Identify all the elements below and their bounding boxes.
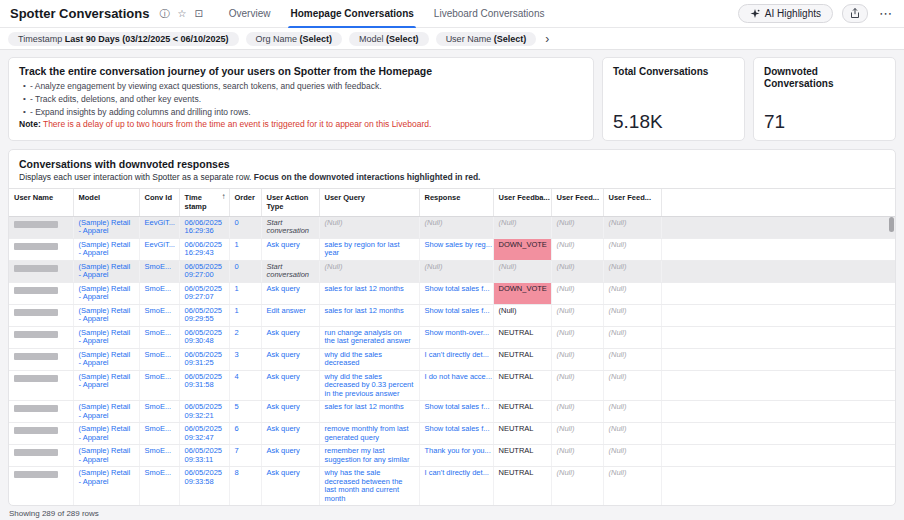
column-header-response[interactable]: Response [419, 189, 493, 216]
cell-conv-id[interactable]: SmoE... [139, 370, 179, 401]
cell-timestamp[interactable]: 06/05/2025 09:33:58 [179, 467, 229, 505]
cell-model[interactable]: (Sample) Retail - Apparel [73, 282, 139, 304]
cell-user-action-type[interactable]: Ask query [261, 445, 319, 467]
cell-user-query[interactable]: remove monthly from last generated query [319, 423, 419, 445]
cell-response[interactable]: I can't directly det... [419, 467, 493, 505]
column-header-model[interactable]: Model [73, 189, 139, 216]
cell-user-action-type[interactable]: Ask query [261, 467, 319, 505]
more-options-button[interactable]: ⋯ [877, 6, 894, 21]
filter-chip-org-name[interactable]: Org Name (Select) [246, 32, 343, 46]
cell-order[interactable]: 8 [229, 467, 261, 505]
cell-model[interactable]: (Sample) Retail - Apparel [73, 445, 139, 467]
cell-timestamp[interactable]: 06/05/2025 09:31:58 [179, 370, 229, 401]
ai-highlights-button[interactable]: AI Highlights [738, 4, 833, 23]
column-header-user-feedba[interactable]: User Feedba... [493, 189, 551, 216]
cell-timestamp[interactable]: 06/05/2025 09:29:55 [179, 304, 229, 326]
cell-order[interactable]: 0 [229, 260, 261, 282]
cell-model[interactable]: (Sample) Retail - Apparel [73, 467, 139, 505]
cell-timestamp[interactable]: 06/06/2025 16:29:43 [179, 238, 229, 260]
table-row[interactable]: (Sample) Retail - ApparelSmoE...06/05/20… [9, 370, 895, 401]
cell-model[interactable]: (Sample) Retail - Apparel [73, 260, 139, 282]
cell-model[interactable]: (Sample) Retail - Apparel [73, 348, 139, 370]
cell-timestamp[interactable]: 06/05/2025 09:31:25 [179, 348, 229, 370]
table-row[interactable]: (Sample) Retail - ApparelSmoE...06/05/20… [9, 282, 895, 304]
cell-model[interactable]: (Sample) Retail - Apparel [73, 304, 139, 326]
table-row[interactable]: (Sample) Retail - ApparelEevGiT...06/06/… [9, 238, 895, 260]
cell-user-action-type[interactable]: Ask query [261, 282, 319, 304]
cell-timestamp[interactable]: 06/05/2025 09:27:00 [179, 260, 229, 282]
column-header-user-feed[interactable]: User Feed... [603, 189, 661, 216]
cell-response[interactable]: Show total sales f... [419, 423, 493, 445]
cell-model[interactable]: (Sample) Retail - Apparel [73, 238, 139, 260]
filter-chip-timestamp[interactable]: Timestamp Last 90 Days (03/12/2025 < 06/… [8, 32, 239, 46]
favorite-star-icon[interactable]: ☆ [177, 9, 186, 19]
table-row[interactable]: (Sample) Retail - ApparelSmoE...06/05/20… [9, 423, 895, 445]
cell-timestamp[interactable]: 06/05/2025 09:30:48 [179, 326, 229, 348]
cell-conv-id[interactable]: SmoE... [139, 401, 179, 423]
cell-user-query[interactable]: (Null) [319, 260, 419, 282]
cell-timestamp[interactable]: 06/05/2025 09:33:11 [179, 445, 229, 467]
column-header-user-name[interactable]: User Name [9, 189, 73, 216]
cell-response[interactable]: Thank you for you... [419, 445, 493, 467]
cell-model[interactable]: (Sample) Retail - Apparel [73, 370, 139, 401]
cell-order[interactable]: 1 [229, 304, 261, 326]
table-row[interactable]: (Sample) Retail - ApparelSmoE...06/05/20… [9, 401, 895, 423]
cell-order[interactable]: 3 [229, 348, 261, 370]
table-row[interactable]: (Sample) Retail - ApparelSmoE...06/05/20… [9, 445, 895, 467]
cell-order[interactable]: 5 [229, 401, 261, 423]
cell-timestamp[interactable]: 06/05/2025 09:32:47 [179, 423, 229, 445]
column-header-user-action-type[interactable]: User Action Type [261, 189, 319, 216]
cell-response[interactable]: I do not have acce... [419, 370, 493, 401]
cell-user-action-type[interactable]: Start conversation [261, 260, 319, 282]
cell-order[interactable]: 4 [229, 370, 261, 401]
cell-response[interactable]: (Null) [419, 260, 493, 282]
column-header-time-stamp[interactable]: Time stamp↑ [179, 189, 229, 216]
cell-conv-id[interactable]: SmoE... [139, 423, 179, 445]
cell-model[interactable]: (Sample) Retail - Apparel [73, 326, 139, 348]
cell-user-query[interactable]: sales for last 12 months [319, 401, 419, 423]
info-icon[interactable]: ⓘ [159, 9, 169, 19]
cell-user-query[interactable]: why did the sales decreased [319, 348, 419, 370]
cell-user-action-type[interactable]: Ask query [261, 423, 319, 445]
cell-conv-id[interactable]: SmoE... [139, 326, 179, 348]
column-header-conv-id[interactable]: Conv Id [139, 189, 179, 216]
cell-conv-id[interactable]: SmoE... [139, 445, 179, 467]
cell-response[interactable]: Show month-over... [419, 326, 493, 348]
cell-model[interactable]: (Sample) Retail - Apparel [73, 401, 139, 423]
column-header-user-query[interactable]: User Query [319, 189, 419, 216]
cell-model[interactable]: (Sample) Retail - Apparel [73, 423, 139, 445]
cell-user-action-type[interactable]: Start conversation [261, 216, 319, 238]
filter-chip-model[interactable]: Model (Select) [349, 32, 429, 46]
cell-order[interactable]: 1 [229, 238, 261, 260]
present-icon[interactable]: ⊡ [194, 9, 202, 19]
cell-response[interactable]: Show total sales f... [419, 304, 493, 326]
cell-order[interactable]: 6 [229, 423, 261, 445]
cell-user-query[interactable]: remember my last suggestion for any simi… [319, 445, 419, 467]
cell-user-action-type[interactable]: Ask query [261, 370, 319, 401]
cell-order[interactable]: 2 [229, 326, 261, 348]
filters-scroll-right-icon[interactable]: › [543, 33, 551, 45]
filter-chip-user-name[interactable]: User Name (Select) [436, 32, 537, 46]
cell-user-query[interactable]: sales for last 12 months [319, 304, 419, 326]
tab-liveboard-conversations[interactable]: Liveboard Conversations [424, 0, 555, 28]
cell-timestamp[interactable]: 06/06/2025 16:29:36 [179, 216, 229, 238]
table-scrollbar-thumb[interactable] [889, 217, 894, 232]
cell-response[interactable]: I can't directly det... [419, 348, 493, 370]
cell-order[interactable]: 7 [229, 445, 261, 467]
cell-user-query[interactable]: run change analysis on the last generate… [319, 326, 419, 348]
cell-conv-id[interactable]: EevGiT... [139, 216, 179, 238]
cell-response[interactable]: Show total sales f... [419, 282, 493, 304]
cell-response[interactable]: Show sales by reg... [419, 238, 493, 260]
cell-order[interactable]: 0 [229, 216, 261, 238]
table-row[interactable]: (Sample) Retail - ApparelSmoE...06/05/20… [9, 260, 895, 282]
cell-conv-id[interactable]: SmoE... [139, 467, 179, 505]
cell-conv-id[interactable]: EevGiT... [139, 238, 179, 260]
cell-response[interactable]: (Null) [419, 216, 493, 238]
cell-user-query[interactable]: sales by region for last year [319, 238, 419, 260]
table-row[interactable]: (Sample) Retail - ApparelSmoE...06/05/20… [9, 348, 895, 370]
cell-user-action-type[interactable]: Edit answer [261, 304, 319, 326]
column-header-order[interactable]: Order [229, 189, 261, 216]
cell-timestamp[interactable]: 06/05/2025 09:32:21 [179, 401, 229, 423]
cell-timestamp[interactable]: 06/05/2025 09:27:07 [179, 282, 229, 304]
cell-conv-id[interactable]: SmoE... [139, 304, 179, 326]
